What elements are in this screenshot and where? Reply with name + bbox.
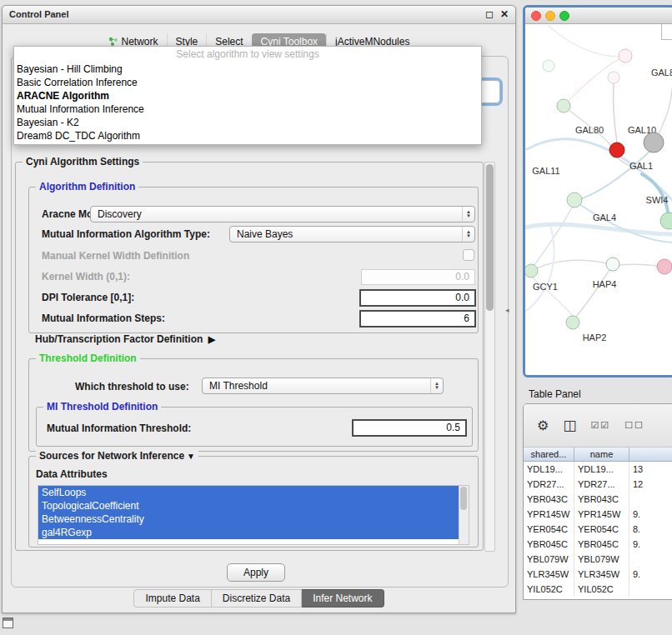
table-cell: YBL079W — [524, 552, 574, 567]
network-node[interactable] — [543, 60, 554, 72]
select-all-checkboxes-icon[interactable]: ☑☑ — [590, 420, 610, 431]
network-edge[interactable] — [549, 26, 624, 57]
network-node-gal4[interactable] — [567, 192, 582, 208]
network-node-hap2[interactable] — [566, 316, 579, 329]
table-cell — [629, 492, 672, 507]
column-header[interactable]: shared... — [524, 448, 574, 461]
network-edge[interactable] — [614, 83, 617, 142]
algorithm-option-bayesian-hill-climbing[interactable]: Bayesian - Hill Climbing — [14, 62, 481, 76]
network-scroll-corner[interactable] — [661, 24, 672, 40]
table-row[interactable]: YBR043CYBR043C — [524, 492, 672, 507]
threshold-value: MI Threshold — [209, 380, 268, 392]
network-edge[interactable] — [659, 89, 672, 134]
table-cell: YIL052C — [574, 582, 629, 597]
mi-type-select[interactable]: Naive Bayes ▲▼ — [229, 226, 475, 242]
table-cell: YBR045C — [574, 537, 629, 552]
tab-infer-network[interactable]: Infer Network — [302, 589, 384, 608]
algorithm-option-basic-correlation-inference[interactable]: Basic Correlation Inference — [14, 76, 481, 89]
network-edge[interactable] — [577, 202, 672, 242]
table-row[interactable]: YBR045CYBR045C9. — [524, 537, 672, 552]
column-header[interactable] — [629, 448, 672, 461]
table-toolbar: ⚙ ◫ ☑☑ ☐☐ — [524, 404, 672, 448]
algorithm-option-aracne-algorithm[interactable]: ARACNE Algorithm — [14, 89, 481, 102]
table-row[interactable]: YER054CYER054C8. — [524, 522, 672, 537]
network-edge[interactable] — [576, 270, 609, 317]
table-cell — [629, 552, 672, 567]
table-cell: YDL19... — [574, 462, 629, 477]
cyni-algorithm-settings-group: Cyni Algorithm Settings Algorithm Defini… — [15, 162, 484, 551]
expand-triangle-icon[interactable]: ▶ — [208, 334, 215, 344]
mi-threshold-field[interactable]: 0.5 — [352, 419, 467, 437]
deselect-all-checkboxes-icon[interactable]: ☐☐ — [624, 420, 644, 431]
network-edge[interactable] — [619, 264, 657, 266]
table-cell: YDR27... — [574, 477, 629, 492]
node-label-hap2: HAP2 — [583, 332, 607, 342]
close-traffic-light-icon[interactable] — [531, 11, 541, 21]
aracne-mode-select[interactable]: Discovery ▲▼ — [90, 206, 475, 222]
red-node[interactable] — [609, 142, 624, 158]
network-graph[interactable]: GAL8GAL80GAL10GAL11GAL1GAL4SWI4GCY1HAP4H… — [525, 24, 672, 378]
mi-steps-field[interactable]: 6 — [359, 310, 476, 328]
mi-threshold-definition-title: MI Threshold Definition — [43, 401, 161, 412]
table-row[interactable]: YPR145WYPR145W9. — [524, 507, 672, 522]
restore-panel-icon[interactable] — [3, 618, 13, 628]
tab-impute-data[interactable]: Impute Data — [133, 589, 211, 608]
gray-node[interactable] — [644, 132, 664, 152]
collapse-triangle-icon[interactable]: ▼ — [187, 452, 195, 461]
network-node[interactable] — [608, 72, 619, 83]
mi-type-value: Naive Bayes — [237, 228, 293, 240]
network-edge[interactable] — [580, 151, 650, 199]
network-canvas[interactable]: GAL8GAL80GAL10GAL11GAL1GAL4SWI4GCY1HAP4H… — [525, 24, 672, 375]
network-node[interactable] — [660, 212, 672, 229]
splitter-handle[interactable]: ◂ — [505, 306, 509, 314]
threshold-definition-title: Threshold Definition — [36, 352, 140, 364]
network-node-gal80[interactable] — [557, 99, 570, 112]
table-row[interactable]: YBL079WYBL079W — [524, 552, 672, 567]
control-panel-titlebar[interactable]: Control Panel ◻ ✕ — [3, 6, 515, 24]
network-node-gcy1[interactable] — [525, 264, 538, 278]
table-row[interactable]: YDL19...YDL19...13 — [524, 462, 672, 477]
threshold-select[interactable]: MI Threshold ▲▼ — [202, 378, 444, 394]
window-title: Control Panel — [9, 9, 69, 19]
minimize-traffic-light-icon[interactable] — [545, 11, 555, 21]
table-row[interactable]: YLR345WYLR345W9. — [524, 567, 672, 582]
table-cell: YPR145W — [524, 507, 574, 522]
network-edge[interactable] — [537, 260, 607, 268]
node-label-gal11: GAL11 — [532, 166, 559, 176]
network-node-hap4[interactable] — [606, 258, 619, 271]
zoom-traffic-light-icon[interactable] — [559, 11, 569, 21]
float-panel-icon[interactable]: ◻ — [485, 8, 494, 20]
columns-icon[interactable]: ◫ — [563, 417, 576, 434]
dpi-tolerance-field[interactable]: 0.0 — [359, 289, 476, 307]
data-attribute-item[interactable]: gal4RGexp — [38, 526, 459, 539]
close-panel-icon[interactable]: ✕ — [500, 8, 509, 20]
network-edge[interactable] — [525, 224, 672, 234]
tab-discretize-data[interactable]: Discretize Data — [212, 589, 302, 608]
pink-node[interactable] — [657, 259, 672, 274]
data-attribute-item[interactable]: SelfLoops — [38, 486, 459, 499]
algorithm-option-bayesian-k2[interactable]: Bayesian - K2 — [14, 116, 481, 129]
algorithm-option-dream8-dc-tdc-algorithm[interactable]: Dream8 DC_TDC Algorithm — [14, 129, 481, 142]
algorithm-option-mutual-information-inference[interactable]: Mutual Information Inference — [14, 102, 481, 116]
data-attribute-item[interactable]: BetweennessCentrality — [38, 512, 459, 526]
network-window-titlebar[interactable] — [525, 8, 672, 24]
attributes-list-scrollbar[interactable] — [459, 486, 469, 544]
table-cell: 8. — [629, 522, 672, 537]
column-header[interactable]: name — [574, 448, 629, 461]
threshold-definition-group: Threshold Definition Which threshold to … — [28, 358, 479, 452]
scrollbar-thumb[interactable] — [486, 164, 494, 311]
manual-kernel-checkbox[interactable] — [463, 249, 474, 261]
table-cell: YLR345W — [524, 567, 574, 582]
gear-icon[interactable]: ⚙ — [537, 418, 549, 433]
kernel-width-field[interactable]: 0.0 — [361, 269, 475, 285]
node-label-swi4: SWI4 — [646, 195, 669, 205]
settings-scrollbar[interactable] — [484, 162, 495, 552]
hub-transcription-factor-section[interactable]: Hub/Transcription Factor Definition ▶ — [35, 333, 215, 345]
table-cell: YPR145W — [574, 507, 629, 522]
apply-button[interactable]: Apply — [227, 563, 285, 582]
network-node[interactable] — [619, 49, 632, 62]
table-row[interactable]: YDR27...YDR27...12 — [524, 477, 672, 492]
data-attribute-item[interactable]: TopologicalCoefficient — [38, 499, 459, 512]
data-attributes-list[interactable]: SelfLoopsTopologicalCoefficientBetweenne… — [38, 485, 469, 545]
table-row[interactable]: YIL052CYIL052C — [524, 582, 672, 597]
